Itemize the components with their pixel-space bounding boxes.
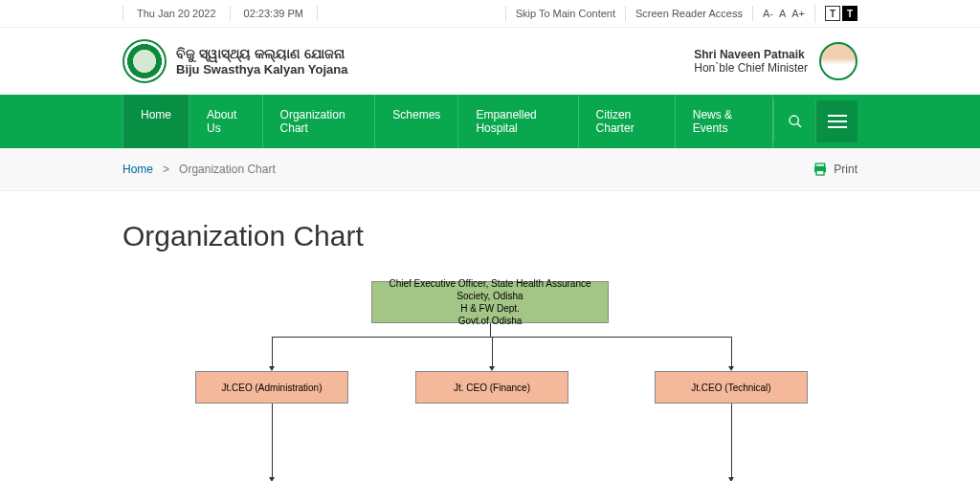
connector: [490, 323, 491, 337]
minister-title: Hon`ble Chief Minister: [694, 61, 808, 75]
menu-button[interactable]: [815, 100, 858, 142]
font-size-controls: A- A A+: [752, 6, 814, 21]
page-title: Organization Chart: [122, 220, 858, 252]
print-icon: [813, 162, 828, 177]
minister-name: Shri Naveen Patnaik: [694, 48, 808, 61]
breadcrumb-sep: >: [163, 163, 169, 176]
chart-node-root: Chief Executive Officer, State Health As…: [371, 281, 609, 323]
minister-avatar: [819, 42, 858, 80]
svg-line-1: [797, 123, 801, 127]
nav-items: Home About Us Organization Chart Schemes…: [122, 95, 773, 148]
brand: ବିଜୁ ସ୍ୱାସ୍ଥ୍ୟ କଲ୍ୟାଣ ଯୋଜନା Biju Swasthy…: [122, 39, 347, 83]
nav-news[interactable]: News & Events: [676, 95, 773, 148]
nav-about[interactable]: About Us: [189, 95, 263, 148]
connector: [272, 337, 731, 338]
breadcrumb-bar: Home > Organization Chart Print: [0, 148, 980, 191]
font-decrease-button[interactable]: A-: [763, 8, 773, 19]
connector: [272, 404, 273, 477]
connector: [731, 337, 732, 366]
nav-org-chart[interactable]: Organization Chart: [263, 95, 376, 148]
connector: [272, 337, 273, 366]
header: ବିଜୁ ସ୍ୱାସ୍ଥ୍ୟ କଲ୍ୟାଣ ଯୋଜନା Biju Swasthy…: [0, 28, 980, 95]
search-icon: [788, 114, 803, 129]
arrow-icon: [269, 477, 275, 481]
dark-theme-button[interactable]: T: [842, 6, 858, 21]
light-theme-button[interactable]: T: [825, 6, 840, 21]
chart-node-jt-technical: Jt.CEO (Technical): [655, 371, 808, 404]
topbar: Thu Jan 20 2022 02:23:39 PM Skip To Main…: [0, 0, 980, 28]
chart-node-jt-finance: Jt. CEO (Finance): [415, 371, 568, 404]
skip-link[interactable]: Skip To Main Content: [505, 6, 625, 21]
content: Organization Chart Chief Executive Offic…: [0, 191, 980, 481]
print-label: Print: [834, 163, 858, 176]
time-text: 02:23:39 PM: [231, 6, 318, 21]
breadcrumb-current: Organization Chart: [179, 163, 276, 176]
nav-charter[interactable]: Citizen Charter: [579, 95, 676, 148]
print-button[interactable]: Print: [813, 162, 858, 177]
nav-hospital[interactable]: Empanelled Hospital: [458, 95, 578, 148]
connector: [492, 337, 493, 366]
nav-home[interactable]: Home: [122, 95, 189, 148]
search-button[interactable]: [773, 100, 815, 142]
org-chart: Chief Executive Officer, State Health As…: [126, 281, 854, 481]
arrow-icon: [728, 477, 734, 481]
font-default-button[interactable]: A: [779, 8, 786, 19]
svg-rect-5: [816, 164, 825, 166]
font-increase-button[interactable]: A+: [791, 8, 805, 19]
arrow-icon: [489, 366, 495, 371]
topbar-datetime: Thu Jan 20 2022 02:23:39 PM: [122, 6, 318, 21]
hamburger-icon: [828, 115, 847, 128]
breadcrumb: Home > Organization Chart: [122, 163, 276, 176]
theme-controls: T T: [814, 4, 858, 23]
chart-node-jt-admin: Jt.CEO (Administration): [195, 371, 348, 404]
svg-point-0: [790, 116, 798, 124]
arrow-icon: [728, 366, 734, 371]
connector: [731, 404, 732, 477]
logo-icon: [122, 39, 167, 83]
navbar: Home About Us Organization Chart Schemes…: [0, 95, 980, 148]
brand-title-en: Biju Swasthya Kalyan Yojana: [176, 62, 347, 77]
breadcrumb-home[interactable]: Home: [122, 163, 153, 176]
nav-schemes[interactable]: Schemes: [375, 95, 458, 148]
brand-title-odia: ବିଜୁ ସ୍ୱାସ୍ଥ୍ୟ କଲ୍ୟାଣ ଯୋଜନା: [176, 46, 347, 62]
screen-reader-link[interactable]: Screen Reader Access: [625, 6, 752, 21]
date-text: Thu Jan 20 2022: [122, 6, 231, 21]
arrow-icon: [269, 366, 275, 371]
minister-block: Shri Naveen Patnaik Hon`ble Chief Minist…: [694, 42, 858, 80]
topbar-accessibility: Skip To Main Content Screen Reader Acces…: [505, 4, 858, 23]
svg-rect-7: [816, 170, 824, 175]
